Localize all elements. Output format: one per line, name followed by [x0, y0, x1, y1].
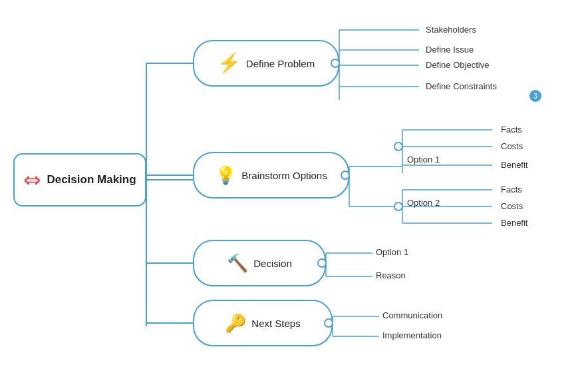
- leaf-implementation: Implementation: [382, 330, 442, 340]
- leaf-o2-costs: Costs: [501, 201, 523, 211]
- next-steps-label: Next Steps: [251, 318, 300, 329]
- bulb-icon: 💡: [215, 167, 236, 184]
- steps-icon: 🔑: [225, 314, 246, 332]
- connector-decision: [317, 258, 327, 268]
- connector-define-problem: [331, 59, 340, 68]
- leaf-o2-facts: Facts: [501, 184, 522, 194]
- leaf-decision-option1: Option 1: [376, 247, 408, 257]
- leaf-define-constraints: Define Constraints: [426, 81, 497, 91]
- leaf-o1-costs: Costs: [501, 141, 523, 151]
- define-problem-label: Define Problem: [246, 58, 315, 69]
- define-problem-node[interactable]: ⚡ Define Problem: [193, 40, 339, 87]
- root-label: Decision Making: [47, 173, 136, 186]
- brainstorm-node[interactable]: 💡 Brainstorm Options: [193, 152, 349, 198]
- connector-option2: [394, 202, 403, 211]
- leaf-communication: Communication: [382, 310, 442, 320]
- leaf-define-objective: Define Objective: [426, 60, 489, 70]
- leaf-decision-reason: Reason: [376, 270, 406, 280]
- root-node[interactable]: ⇔ Decision Making: [13, 153, 146, 206]
- connector-next-steps: [324, 318, 333, 328]
- constraints-badge: 3: [529, 90, 541, 102]
- option1-label: Option 1: [407, 155, 440, 165]
- connector-brainstorm: [341, 171, 350, 180]
- lightning-icon: ⚡: [218, 54, 241, 73]
- option2-label: Option 2: [407, 198, 440, 208]
- connector-option1: [394, 142, 403, 151]
- leaf-o2-benefit: Benefit: [501, 218, 527, 228]
- decision-node[interactable]: 🔨 Decision: [193, 240, 326, 286]
- decision-label: Decision: [253, 258, 292, 269]
- root-icon: ⇔: [23, 169, 41, 190]
- leaf-define-issue: Define Issue: [426, 45, 474, 55]
- gavel-icon: 🔨: [227, 254, 248, 272]
- leaf-o1-benefit: Benefit: [501, 160, 527, 170]
- brainstorm-label: Brainstorm Options: [241, 170, 327, 181]
- next-steps-node[interactable]: 🔑 Next Steps: [193, 300, 333, 346]
- leaf-o1-facts: Facts: [501, 125, 522, 135]
- leaf-stakeholders: Stakeholders: [426, 25, 476, 35]
